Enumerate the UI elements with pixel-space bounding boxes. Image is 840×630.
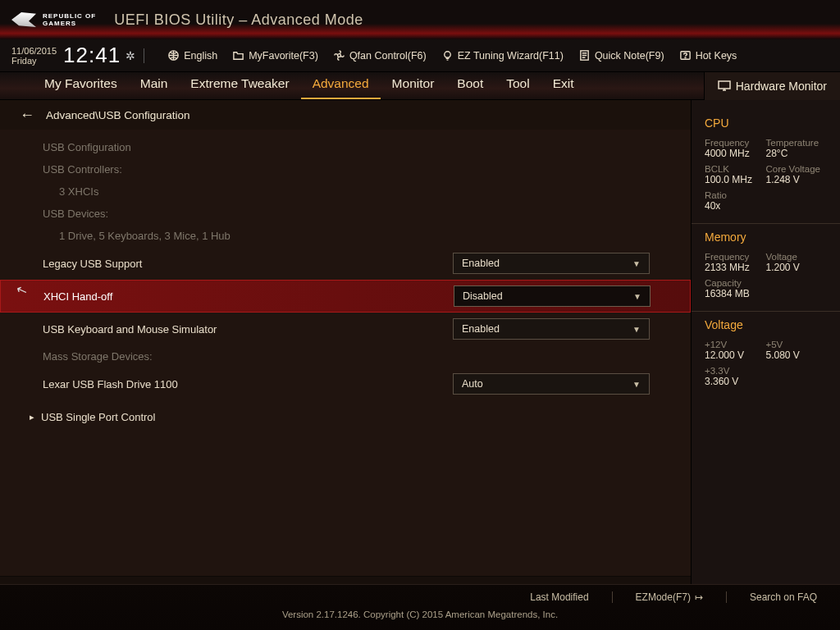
mem-freq-label: Frequency (705, 252, 766, 262)
cpu-temp-label: Temperature (766, 138, 828, 148)
svg-point-5 (685, 57, 686, 58)
setting-label: XHCI Hand-off (43, 290, 454, 303)
cpu-bclk-label: BCLK (705, 164, 766, 174)
cpu-corevolt-label: Core Voltage (766, 164, 828, 174)
page-title: UEFI BIOS Utility – Advanced Mode (114, 11, 363, 29)
menu-item-main[interactable]: Main (129, 71, 180, 99)
v33-label: +3.3V (705, 366, 766, 376)
search-faq-button[interactable]: Search on FAQ (750, 591, 817, 603)
bulb-icon (441, 49, 454, 62)
back-arrow-icon[interactable]: ← (20, 107, 34, 124)
v5-label: +5V (766, 340, 828, 349)
globe-icon (167, 49, 180, 62)
question-icon (679, 49, 692, 62)
chevron-down-icon: ▼ (632, 325, 641, 334)
devices-label: USB Devices: (0, 203, 691, 225)
monitor-icon (718, 80, 731, 92)
hardware-monitor-panel: CPU Frequency4000 MHz Temperature28°C BC… (691, 100, 840, 625)
menu-item-advanced[interactable]: Advanced (301, 71, 381, 99)
v12-label: +12V (705, 340, 766, 349)
quicknote-button[interactable]: Quick Note(F9) (578, 49, 664, 62)
usb-single-port-control[interactable]: ▸ USB Single Port Control (0, 400, 691, 433)
cpu-freq-label: Frequency (705, 138, 766, 148)
devices-value: 1 Drive, 5 Keyboards, 3 Mice, 1 Hub (0, 225, 691, 247)
cpu-ratio-label: Ratio (705, 190, 766, 200)
clock: 12:41 (63, 43, 121, 68)
settings-pane: ← Advanced\USB Configuration USB Configu… (0, 100, 691, 625)
svg-rect-6 (719, 81, 730, 89)
svg-point-2 (444, 52, 450, 58)
header-strip: REPUBLIC OF GAMERS UEFI BIOS Utility – A… (0, 0, 840, 39)
setting-row: Lexar USB Flash Drive 1100Auto▼ (0, 368, 691, 400)
chevron-down-icon: ▼ (633, 292, 641, 301)
hotkeys-button[interactable]: Hot Keys (679, 49, 737, 62)
setting-dropdown[interactable]: Auto▼ (453, 373, 650, 395)
setting-row: USB Keyboard and Mouse SimulatorEnabled▼ (0, 313, 691, 345)
folder-icon (232, 49, 244, 62)
ezwizard-button[interactable]: EZ Tuning Wizard(F11) (441, 49, 564, 62)
main-area: ← Advanced\USB Configuration USB Configu… (0, 100, 840, 625)
setting-dropdown[interactable]: Enabled▼ (453, 253, 650, 274)
topbar: 11/06/2015 Friday 12:41 ✲ English MyFavo… (0, 39, 840, 72)
menubar: My FavoritesMainExtreme TweakerAdvancedM… (0, 72, 840, 100)
divider (144, 48, 144, 63)
cpu-bclk-value: 100.0 MHz (705, 174, 766, 185)
clock-settings-icon[interactable]: ✲ (126, 49, 135, 62)
menu-item-tool[interactable]: Tool (495, 71, 541, 99)
section-heading: USB Configuration (0, 136, 691, 158)
hardware-monitor-tab[interactable]: Hardware Monitor (704, 72, 840, 100)
language-selector[interactable]: English (167, 49, 217, 62)
cpu-temp-value: 28°C (766, 148, 828, 159)
setting-dropdown[interactable]: Enabled▼ (453, 318, 650, 340)
memory-section-title: Memory (705, 231, 827, 244)
rog-logo: REPUBLIC OF GAMERS (11, 12, 96, 27)
cpu-corevolt-value: 1.248 V (766, 174, 828, 185)
settings-list: USB Configuration USB Controllers: 3 XHC… (0, 130, 691, 440)
mem-volt-value: 1.200 V (766, 262, 828, 273)
controllers-label: USB Controllers: (0, 158, 691, 180)
setting-row: Legacy USB SupportEnabled▼ (0, 247, 691, 280)
mem-volt-label: Voltage (766, 252, 828, 262)
setting-label: Lexar USB Flash Drive 1100 (43, 378, 453, 390)
setting-label: USB Keyboard and Mouse Simulator (43, 323, 453, 336)
rog-eye-icon (11, 12, 36, 27)
fan-icon (333, 49, 345, 62)
qfan-button[interactable]: Qfan Control(F6) (333, 49, 427, 62)
ezmode-button[interactable]: EZMode(F7)↦ (636, 591, 703, 603)
cpu-ratio-value: 40x (705, 200, 766, 212)
chevron-right-icon: ▸ (30, 412, 34, 422)
setting-label: Legacy USB Support (43, 258, 453, 270)
menu-item-exit[interactable]: Exit (541, 71, 586, 99)
voltage-section-title: Voltage (705, 318, 827, 331)
note-icon (578, 49, 591, 62)
myfavorite-button[interactable]: MyFavorite(F3) (232, 49, 318, 62)
mem-cap-label: Capacity (705, 278, 766, 288)
date-block: 11/06/2015 Friday (11, 46, 57, 66)
v12-value: 12.000 V (705, 349, 766, 361)
mem-cap-value: 16384 MB (705, 288, 766, 299)
brand-text: REPUBLIC OF GAMERS (43, 12, 96, 27)
v5-value: 5.080 V (766, 349, 828, 361)
cpu-section-title: CPU (705, 116, 827, 130)
last-modified-button[interactable]: Last Modified (530, 591, 588, 603)
menu-item-extreme-tweaker[interactable]: Extreme Tweaker (179, 71, 300, 99)
menu-item-monitor[interactable]: Monitor (381, 71, 446, 99)
chevron-down-icon: ▼ (632, 259, 641, 268)
breadcrumb-text: Advanced\USB Configuration (46, 109, 190, 121)
version-text: Version 2.17.1246. Copyright (C) 2015 Am… (0, 609, 840, 619)
mem-freq-value: 2133 MHz (705, 262, 766, 273)
footer: Last Modified EZMode(F7)↦ Search on FAQ … (0, 584, 840, 630)
menu-item-boot[interactable]: Boot (445, 71, 495, 99)
v33-value: 3.360 V (705, 376, 766, 387)
setting-dropdown[interactable]: Disabled▼ (454, 285, 651, 307)
setting-row: XHCI Hand-offDisabled▼ (0, 280, 691, 313)
chevron-down-icon: ▼ (632, 380, 641, 389)
breadcrumb: ← Advanced\USB Configuration (0, 100, 691, 130)
menu-item-my-favorites[interactable]: My Favorites (33, 71, 129, 99)
exit-icon: ↦ (695, 591, 703, 603)
controllers-value: 3 XHCIs (0, 180, 691, 203)
cpu-freq-value: 4000 MHz (705, 148, 766, 159)
mass-storage-label: Mass Storage Devices: (0, 345, 691, 368)
